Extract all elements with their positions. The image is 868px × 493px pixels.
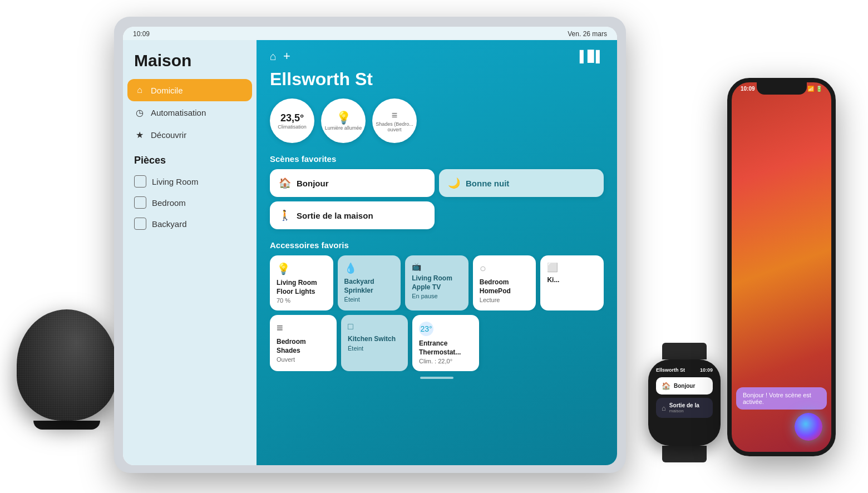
light-label: Lumière allumée <box>325 125 362 131</box>
watch-scene-bonjour[interactable]: 🏠 Bonjour <box>656 377 713 395</box>
accessory-sprinkler[interactable]: 💧 Backyard Sprinkler Éteint <box>338 255 401 310</box>
shades-card-icon: ≡ <box>277 322 330 334</box>
sidebar: Maison ⌂ Domicile ◷ Automatisation ★ Déc… <box>123 40 257 465</box>
sprinkler-name: Backyard Sprinkler <box>344 278 394 295</box>
siri-bubble[interactable] <box>795 413 822 441</box>
temp-label: Climatisation <box>278 124 307 130</box>
iphone-time: 10:09 <box>741 86 755 92</box>
scenes-grid: 🏠 Bonjour 🌙 Bonne nuit 🚶 Sortie <box>270 169 604 229</box>
homepod-card-name: Bedroom HomePod <box>480 278 530 295</box>
watch-screen: Ellsworth St 10:09 🏠 Bonjour ⌂ Sortie de… <box>652 363 717 442</box>
shades-icon: ≡ <box>392 110 398 121</box>
scenes-row-1: 🏠 Bonjour 🌙 Bonne nuit <box>270 169 604 197</box>
scenes-section-title: Scènes favorites <box>270 154 604 164</box>
status-tile-light[interactable]: 💡 Lumière allumée <box>321 98 366 143</box>
accessory-kitchen-switch[interactable]: □ Kitchen Switch Éteint <box>341 315 408 371</box>
room-label-bedroom: Bedroom <box>152 198 186 208</box>
watch-bonjour-label: Bonjour <box>674 383 695 389</box>
light-icon: 💡 <box>336 111 351 125</box>
accessory-floor-lights[interactable]: 💡 Living Room Floor Lights 70 % <box>270 255 333 310</box>
status-tile-shades[interactable]: ≡ Shades (Bedro...ouvert <box>372 98 417 143</box>
iphone: 10:09 ▲ ▲ ▲ 📶 🔋 Bonjour ! Votre scène es… <box>727 78 836 456</box>
ipad-date: Ven. 26 mars <box>568 30 607 38</box>
accessory-apple-tv[interactable]: 📺 Living Room Apple TV En pause <box>405 255 468 310</box>
sidebar-label-domicile: Domicile <box>151 86 183 95</box>
sidebar-label-decouvrir: Découvrir <box>151 130 186 140</box>
scene-bonne-nuit-label: Bonne nuit <box>466 179 509 188</box>
kitchen-switch-icon: □ <box>348 322 401 332</box>
floor-lights-name: Living Room Floor Lights <box>277 279 327 296</box>
watch-sortie-icon: ⌂ <box>662 404 666 412</box>
sidebar-item-domicile[interactable]: ⌂ Domicile <box>127 79 252 101</box>
siri-notification: Bonjour ! Votre scène est activée. <box>736 387 827 410</box>
watch-scene-sortie[interactable]: ⌂ Sortie de la maison <box>656 398 713 418</box>
apple-watch: Ellsworth St 10:09 🏠 Bonjour ⌂ Sortie de… <box>634 343 734 471</box>
ipad: 10:09 Ven. 26 mars Maison ⌂ Domicile ◷ A… <box>114 17 626 473</box>
status-tile-temp[interactable]: 23,5° Climatisation <box>270 98 314 143</box>
thermostat-status: Clim. : 22,0° <box>419 358 472 364</box>
sidebar-room-backyard[interactable]: Backyard <box>123 213 257 234</box>
scenes-row-2: 🚶 Sortie de la maison <box>270 201 604 229</box>
sidebar-label-automatisation: Automatisation <box>151 108 206 117</box>
home-icon: ⌂ <box>134 85 145 96</box>
kitchen-switch-name: Kitchen Switch <box>348 335 401 344</box>
kitchen-switch-status: Éteint <box>348 345 401 352</box>
sidebar-item-decouvrir[interactable]: ★ Découvrir <box>123 124 257 146</box>
accessories-row-2: ≡ Bedroom Shades Ouvert □ Kitchen Switch… <box>270 315 604 371</box>
ipad-time: 10:09 <box>133 30 150 38</box>
room-icon-living <box>134 175 146 188</box>
room-icon-backyard <box>134 218 146 230</box>
floor-lights-status: 70 % <box>277 297 327 304</box>
shades-card-status: Ouvert <box>277 356 330 363</box>
floor-lights-icon: 💡 <box>277 262 290 275</box>
scene-sortie-icon: 🚶 <box>279 209 291 221</box>
sidebar-room-living[interactable]: Living Room <box>123 171 257 192</box>
scene-bonjour-icon: 🏠 <box>279 177 291 189</box>
home-toolbar-icon[interactable]: ⌂ <box>270 50 277 63</box>
watch-sortie-sub: maison <box>669 408 699 413</box>
scene-bonne-nuit[interactable]: 🌙 Bonne nuit <box>439 169 604 197</box>
ipad-inner: 10:09 Ven. 26 mars Maison ⌂ Domicile ◷ A… <box>123 27 617 465</box>
watch-band-bottom <box>662 446 707 462</box>
scene-bonne-nuit-icon: 🌙 <box>448 177 460 189</box>
homepod-card-icon: ○ <box>480 262 530 275</box>
shades-card-name: Bedroom Shades <box>277 338 330 355</box>
siri-toolbar-icon[interactable]: ▌▊▌ <box>580 50 604 63</box>
main-title: Ellsworth St <box>270 69 604 90</box>
watch-time: 10:09 <box>700 367 713 373</box>
scene-container: 10:09 Ven. 26 mars Maison ⌂ Domicile ◷ A… <box>0 0 868 493</box>
sprinkler-icon: 💧 <box>344 262 394 274</box>
watch-band-top <box>662 343 707 359</box>
homepod-card-status: Lecture <box>480 297 530 303</box>
accessories-row-1: 💡 Living Room Floor Lights 70 % 💧 Backya… <box>270 255 604 310</box>
sprinkler-status: Éteint <box>344 296 394 303</box>
shades-label: Shades (Bedro...ouvert <box>376 121 413 132</box>
room-label-living: Living Room <box>152 177 198 186</box>
ipad-content: Maison ⌂ Domicile ◷ Automatisation ★ Déc… <box>123 40 617 465</box>
add-toolbar-icon[interactable]: + <box>283 49 290 63</box>
scroll-indicator <box>420 377 453 379</box>
accessory-ki[interactable]: ⬜ Ki... <box>540 255 604 310</box>
sidebar-title: Maison <box>123 51 257 79</box>
apple-tv-name: Living Room Apple TV <box>412 274 462 292</box>
room-icon-bedroom <box>134 196 146 209</box>
homepod-body <box>17 309 117 421</box>
accessory-thermostat[interactable]: 23° Entrance Thermostat... Clim. : 22,0° <box>412 315 479 371</box>
ipad-status-bar: 10:09 Ven. 26 mars <box>123 27 617 40</box>
homepod-base <box>33 421 100 430</box>
sidebar-item-automatisation[interactable]: ◷ Automatisation <box>123 101 257 124</box>
scene-bonjour-label: Bonjour <box>297 179 329 188</box>
ki-name: Ki... <box>547 276 597 285</box>
scene-sortie-label: Sortie de la maison <box>297 211 373 220</box>
sidebar-room-bedroom[interactable]: Bedroom <box>123 192 257 213</box>
scene-bonjour[interactable]: 🏠 Bonjour <box>270 169 435 197</box>
watch-body: Ellsworth St 10:09 🏠 Bonjour ⌂ Sortie de… <box>648 359 721 446</box>
accessory-shades[interactable]: ≡ Bedroom Shades Ouvert <box>270 315 337 371</box>
apple-tv-status: En pause <box>412 293 462 299</box>
apple-tv-icon: 📺 <box>412 262 462 271</box>
thermostat-name: Entrance Thermostat... <box>419 339 472 357</box>
scene-sortie[interactable]: 🚶 Sortie de la maison <box>270 201 435 229</box>
watch-header: Ellsworth St 10:09 <box>656 367 713 373</box>
accessory-homepod[interactable]: ○ Bedroom HomePod Lecture <box>473 255 536 310</box>
homepod-mesh <box>17 309 117 421</box>
